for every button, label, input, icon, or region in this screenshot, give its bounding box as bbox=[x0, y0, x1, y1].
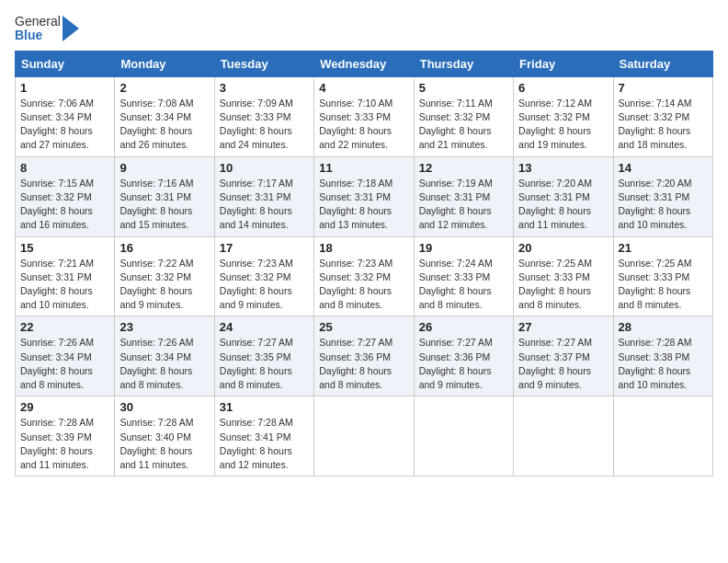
day-number: 10 bbox=[220, 161, 309, 175]
day-number: 18 bbox=[319, 241, 408, 255]
day-info: Sunrise: 7:17 AMSunset: 3:31 PMDaylight:… bbox=[220, 177, 309, 233]
day-number: 23 bbox=[119, 320, 209, 334]
day-info: Sunrise: 7:12 AMSunset: 3:32 PMDaylight:… bbox=[518, 97, 608, 153]
day-cell: 19Sunrise: 7:24 AMSunset: 3:33 PMDayligh… bbox=[414, 236, 513, 316]
day-number: 28 bbox=[619, 320, 708, 334]
col-header-saturday: Saturday bbox=[613, 51, 712, 76]
day-cell: 1Sunrise: 7:06 AMSunset: 3:34 PMDaylight… bbox=[16, 76, 115, 156]
week-row-2: 8Sunrise: 7:15 AMSunset: 3:32 PMDaylight… bbox=[16, 156, 713, 236]
calendar-table: SundayMondayTuesdayWednesdayThursdayFrid… bbox=[15, 51, 713, 477]
week-row-3: 15Sunrise: 7:21 AMSunset: 3:31 PMDayligh… bbox=[16, 236, 713, 316]
day-cell: 4Sunrise: 7:10 AMSunset: 3:33 PMDaylight… bbox=[314, 76, 414, 156]
day-cell bbox=[514, 396, 613, 477]
week-row-4: 22Sunrise: 7:26 AMSunset: 3:34 PMDayligh… bbox=[16, 316, 713, 396]
day-cell: 17Sunrise: 7:23 AMSunset: 3:32 PMDayligh… bbox=[214, 236, 313, 316]
day-info: Sunrise: 7:26 AMSunset: 3:34 PMDaylight:… bbox=[20, 336, 109, 392]
day-info: Sunrise: 7:20 AMSunset: 3:31 PMDaylight:… bbox=[518, 177, 608, 233]
logo-chevron-icon bbox=[63, 16, 79, 41]
day-number: 19 bbox=[419, 241, 508, 255]
col-header-tuesday: Tuesday bbox=[214, 51, 313, 76]
day-number: 26 bbox=[419, 320, 508, 334]
day-info: Sunrise: 7:26 AMSunset: 3:34 PMDaylight:… bbox=[119, 336, 209, 392]
logo: General Blue bbox=[15, 15, 79, 43]
day-info: Sunrise: 7:27 AMSunset: 3:37 PMDaylight:… bbox=[518, 336, 608, 392]
day-info: Sunrise: 7:11 AMSunset: 3:32 PMDaylight:… bbox=[419, 97, 508, 153]
day-number: 21 bbox=[619, 241, 708, 255]
day-number: 3 bbox=[220, 81, 309, 95]
day-cell: 14Sunrise: 7:20 AMSunset: 3:31 PMDayligh… bbox=[613, 156, 712, 236]
day-cell: 18Sunrise: 7:23 AMSunset: 3:32 PMDayligh… bbox=[314, 236, 414, 316]
day-cell: 25Sunrise: 7:27 AMSunset: 3:36 PMDayligh… bbox=[314, 316, 414, 396]
day-number: 11 bbox=[319, 161, 408, 175]
day-cell: 30Sunrise: 7:28 AMSunset: 3:40 PMDayligh… bbox=[115, 396, 214, 477]
week-row-5: 29Sunrise: 7:28 AMSunset: 3:39 PMDayligh… bbox=[16, 396, 713, 477]
day-info: Sunrise: 7:14 AMSunset: 3:32 PMDaylight:… bbox=[619, 97, 708, 153]
day-number: 13 bbox=[518, 161, 608, 175]
day-cell: 7Sunrise: 7:14 AMSunset: 3:32 PMDaylight… bbox=[613, 76, 712, 156]
day-info: Sunrise: 7:27 AMSunset: 3:36 PMDaylight:… bbox=[419, 336, 508, 392]
day-info: Sunrise: 7:27 AMSunset: 3:35 PMDaylight:… bbox=[220, 336, 309, 392]
day-number: 14 bbox=[619, 161, 708, 175]
day-info: Sunrise: 7:28 AMSunset: 3:38 PMDaylight:… bbox=[619, 336, 708, 392]
day-number: 29 bbox=[20, 400, 109, 414]
day-number: 5 bbox=[419, 81, 508, 95]
day-cell: 27Sunrise: 7:27 AMSunset: 3:37 PMDayligh… bbox=[514, 316, 613, 396]
col-header-monday: Monday bbox=[115, 51, 214, 76]
day-info: Sunrise: 7:25 AMSunset: 3:33 PMDaylight:… bbox=[619, 257, 708, 313]
day-info: Sunrise: 7:23 AMSunset: 3:32 PMDaylight:… bbox=[319, 257, 408, 313]
day-number: 2 bbox=[119, 81, 209, 95]
day-info: Sunrise: 7:19 AMSunset: 3:31 PMDaylight:… bbox=[419, 177, 508, 233]
svg-marker-0 bbox=[63, 16, 79, 41]
day-number: 15 bbox=[20, 241, 109, 255]
day-number: 20 bbox=[518, 241, 608, 255]
day-number: 9 bbox=[119, 161, 209, 175]
day-number: 8 bbox=[20, 161, 109, 175]
day-info: Sunrise: 7:10 AMSunset: 3:33 PMDaylight:… bbox=[319, 97, 408, 153]
day-cell bbox=[613, 396, 712, 477]
col-header-sunday: Sunday bbox=[16, 51, 115, 76]
day-cell: 9Sunrise: 7:16 AMSunset: 3:31 PMDaylight… bbox=[115, 156, 214, 236]
day-info: Sunrise: 7:16 AMSunset: 3:31 PMDaylight:… bbox=[119, 177, 209, 233]
day-cell: 21Sunrise: 7:25 AMSunset: 3:33 PMDayligh… bbox=[613, 236, 712, 316]
day-cell bbox=[314, 396, 414, 477]
calendar-header-row: SundayMondayTuesdayWednesdayThursdayFrid… bbox=[16, 51, 713, 76]
day-number: 7 bbox=[619, 81, 708, 95]
day-cell: 6Sunrise: 7:12 AMSunset: 3:32 PMDaylight… bbox=[514, 76, 613, 156]
day-cell: 26Sunrise: 7:27 AMSunset: 3:36 PMDayligh… bbox=[414, 316, 513, 396]
day-cell: 20Sunrise: 7:25 AMSunset: 3:33 PMDayligh… bbox=[514, 236, 613, 316]
day-number: 24 bbox=[220, 320, 309, 334]
col-header-wednesday: Wednesday bbox=[314, 51, 414, 76]
calendar-body: 1Sunrise: 7:06 AMSunset: 3:34 PMDaylight… bbox=[16, 76, 713, 476]
day-number: 31 bbox=[220, 400, 309, 414]
day-cell: 10Sunrise: 7:17 AMSunset: 3:31 PMDayligh… bbox=[214, 156, 313, 236]
day-cell: 24Sunrise: 7:27 AMSunset: 3:35 PMDayligh… bbox=[214, 316, 313, 396]
week-row-1: 1Sunrise: 7:06 AMSunset: 3:34 PMDaylight… bbox=[16, 76, 713, 156]
day-cell: 5Sunrise: 7:11 AMSunset: 3:32 PMDaylight… bbox=[414, 76, 513, 156]
day-cell: 8Sunrise: 7:15 AMSunset: 3:32 PMDaylight… bbox=[16, 156, 115, 236]
day-number: 16 bbox=[119, 241, 209, 255]
day-cell: 15Sunrise: 7:21 AMSunset: 3:31 PMDayligh… bbox=[16, 236, 115, 316]
day-number: 4 bbox=[319, 81, 408, 95]
day-cell: 2Sunrise: 7:08 AMSunset: 3:34 PMDaylight… bbox=[115, 76, 214, 156]
col-header-friday: Friday bbox=[514, 51, 613, 76]
day-cell: 31Sunrise: 7:28 AMSunset: 3:41 PMDayligh… bbox=[214, 396, 313, 477]
day-info: Sunrise: 7:09 AMSunset: 3:33 PMDaylight:… bbox=[220, 97, 309, 153]
day-info: Sunrise: 7:06 AMSunset: 3:34 PMDaylight:… bbox=[20, 97, 109, 153]
day-number: 17 bbox=[220, 241, 309, 255]
day-info: Sunrise: 7:18 AMSunset: 3:31 PMDaylight:… bbox=[319, 177, 408, 233]
day-cell: 11Sunrise: 7:18 AMSunset: 3:31 PMDayligh… bbox=[314, 156, 414, 236]
day-number: 30 bbox=[119, 400, 209, 414]
day-info: Sunrise: 7:23 AMSunset: 3:32 PMDaylight:… bbox=[220, 257, 309, 313]
logo-general: General bbox=[15, 15, 61, 29]
day-info: Sunrise: 7:28 AMSunset: 3:40 PMDaylight:… bbox=[119, 416, 209, 472]
day-info: Sunrise: 7:27 AMSunset: 3:36 PMDaylight:… bbox=[319, 336, 408, 392]
day-number: 27 bbox=[518, 320, 608, 334]
day-number: 22 bbox=[20, 320, 109, 334]
day-cell: 12Sunrise: 7:19 AMSunset: 3:31 PMDayligh… bbox=[414, 156, 513, 236]
day-number: 12 bbox=[419, 161, 508, 175]
day-info: Sunrise: 7:08 AMSunset: 3:34 PMDaylight:… bbox=[119, 97, 209, 153]
day-cell: 29Sunrise: 7:28 AMSunset: 3:39 PMDayligh… bbox=[16, 396, 115, 477]
day-info: Sunrise: 7:25 AMSunset: 3:33 PMDaylight:… bbox=[518, 257, 608, 313]
day-number: 25 bbox=[319, 320, 408, 334]
page-header: General Blue bbox=[15, 15, 713, 43]
